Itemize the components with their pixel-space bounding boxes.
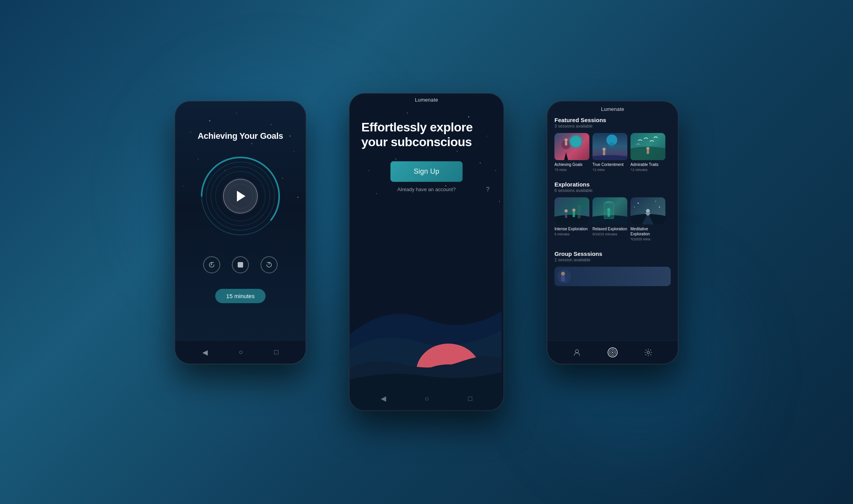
- signup-button[interactable]: Sign Up: [390, 161, 463, 182]
- phones-container: Achieving Your Goals: [155, 39, 698, 465]
- group-title: Group Sesssions: [554, 250, 671, 257]
- svg-point-72: [612, 352, 613, 353]
- svg-rect-67: [561, 276, 565, 281]
- card-intense[interactable]: Intense Exploration 5 minutes: [554, 197, 589, 241]
- card-relaxed[interactable]: Relaxed Exploration 5/10/15 minutes: [592, 197, 627, 241]
- svg-point-59: [604, 210, 613, 216]
- svg-point-43: [565, 138, 568, 142]
- center-phone-content: Lumenate ?: [350, 94, 503, 410]
- card-goals[interactable]: Achieving Goals 15 mins: [554, 133, 589, 172]
- featured-cards-row: Achieving Goals 15 mins: [547, 130, 678, 175]
- right-status-bar: Lumenate: [547, 102, 678, 114]
- card-relaxed-duration: 5/10/15 minutes: [592, 232, 627, 236]
- right-app-title: Lumenate: [601, 106, 624, 112]
- featured-subtitle: 3 sessions available: [554, 124, 671, 128]
- card-contentment-label: True Contentment: [592, 162, 627, 167]
- card-meditative-label: Meditative Exploration: [630, 226, 665, 236]
- explorations-section-header: Explorations 6 sessions available: [547, 178, 678, 194]
- svg-point-49: [603, 148, 606, 151]
- right-phone-nav: [547, 340, 678, 364]
- phone-center: Lumenate ?: [349, 93, 504, 411]
- featured-section-header: Featured Sessions 3 sessions available: [547, 114, 678, 130]
- player-circle: [198, 154, 283, 239]
- card-relaxed-label: Relaxed Exploration: [592, 226, 627, 231]
- signin-link[interactable]: Already have an account?: [350, 186, 503, 192]
- left-phone-content: Achieving Your Goals: [175, 102, 306, 364]
- play-button[interactable]: [223, 179, 258, 214]
- svg-point-61: [638, 203, 639, 204]
- phone-left: Achieving Your Goals: [174, 101, 306, 364]
- home-nav-icon[interactable]: [608, 347, 618, 357]
- card-admirable-duration: 12 minutes: [630, 168, 665, 172]
- session-title: Achieving Your Goals: [186, 131, 295, 142]
- svg-point-48: [610, 142, 614, 147]
- svg-point-11: [297, 197, 299, 198]
- svg-point-66: [561, 272, 565, 276]
- card-relaxed-thumb: [592, 197, 627, 224]
- svg-point-60: [646, 209, 650, 213]
- forward-button[interactable]: [261, 256, 278, 273]
- card-contentment-thumb: [592, 133, 627, 160]
- home-nav-icon[interactable]: ○: [239, 348, 243, 356]
- card-contentment[interactable]: True Contentment 12 mins: [592, 133, 627, 172]
- svg-point-30: [395, 159, 396, 160]
- group-subtitle: 1 session available: [554, 257, 671, 262]
- play-icon: [237, 191, 245, 202]
- svg-point-34: [480, 162, 481, 164]
- card-meditative-thumb: [630, 197, 665, 224]
- svg-rect-44: [565, 142, 567, 145]
- svg-point-73: [647, 351, 649, 354]
- scroll-area[interactable]: Featured Sessions 3 sessions available: [547, 114, 678, 329]
- explorations-subtitle: 6 sessions available: [554, 188, 671, 193]
- phone-right: Lumenate Featured Sessions 3 sessions av…: [547, 101, 679, 364]
- left-phone-nav: ◀ ○ □: [175, 340, 306, 364]
- center-status-bar: Lumenate: [350, 94, 503, 104]
- card-intense-label: Intense Exploration: [554, 226, 589, 231]
- right-phone-content: Lumenate Featured Sessions 3 sessions av…: [547, 102, 678, 364]
- svg-point-3: [271, 124, 271, 125]
- rewind-button[interactable]: [203, 256, 220, 273]
- svg-point-46: [570, 136, 581, 147]
- svg-point-5: [294, 151, 294, 152]
- explorations-cards-row: Intense Exploration 5 minutes: [547, 194, 678, 244]
- svg-point-62: [655, 201, 656, 202]
- svg-point-53: [565, 209, 568, 212]
- svg-point-10: [183, 185, 183, 186]
- center-app-title: Lumenate: [415, 97, 438, 103]
- svg-point-64: [634, 207, 635, 207]
- center-back-nav[interactable]: ◀: [381, 394, 386, 403]
- back-nav-icon[interactable]: ◀: [202, 348, 208, 357]
- card-contentment-duration: 12 mins: [592, 168, 627, 172]
- user-nav-icon[interactable]: [572, 347, 582, 357]
- svg-point-2: [236, 113, 237, 114]
- explorations-title: Explorations: [554, 181, 671, 188]
- recent-nav-icon[interactable]: □: [274, 348, 278, 356]
- card-intense-duration: 5 minutes: [554, 232, 589, 236]
- card-admirable[interactable]: Admirable Traits 12 minutes: [630, 133, 665, 172]
- center-phone-nav: ◀ ○ □: [350, 387, 503, 410]
- center-scene: [350, 220, 502, 410]
- svg-rect-56: [573, 212, 575, 217]
- svg-point-36: [499, 201, 500, 202]
- card-goals-duration: 15 mins: [554, 168, 589, 172]
- group-section-header: Group Sesssions 1 session available: [547, 247, 678, 264]
- center-home-nav[interactable]: ○: [425, 395, 429, 403]
- svg-rect-50: [603, 151, 605, 155]
- card-meditative-duration: 5/10/20 mins: [630, 237, 665, 241]
- svg-rect-52: [647, 150, 649, 154]
- svg-point-68: [575, 350, 578, 353]
- stop-button[interactable]: [232, 256, 249, 273]
- svg-point-29: [369, 170, 370, 171]
- svg-point-1: [209, 120, 210, 121]
- card-goals-thumb: [554, 133, 589, 160]
- settings-nav-icon[interactable]: [643, 347, 653, 357]
- svg-point-32: [495, 170, 496, 171]
- hero-tagline: Effortlessly explore your subconscious: [350, 104, 503, 150]
- card-meditative[interactable]: Meditative Exploration 5/10/20 mins: [630, 197, 665, 241]
- svg-point-35: [376, 193, 377, 194]
- card-admirable-label: Admirable Traits: [630, 162, 665, 167]
- svg-point-55: [572, 209, 575, 212]
- svg-point-31: [457, 151, 458, 152]
- center-recent-nav[interactable]: □: [468, 395, 472, 403]
- group-preview-card[interactable]: [554, 267, 671, 286]
